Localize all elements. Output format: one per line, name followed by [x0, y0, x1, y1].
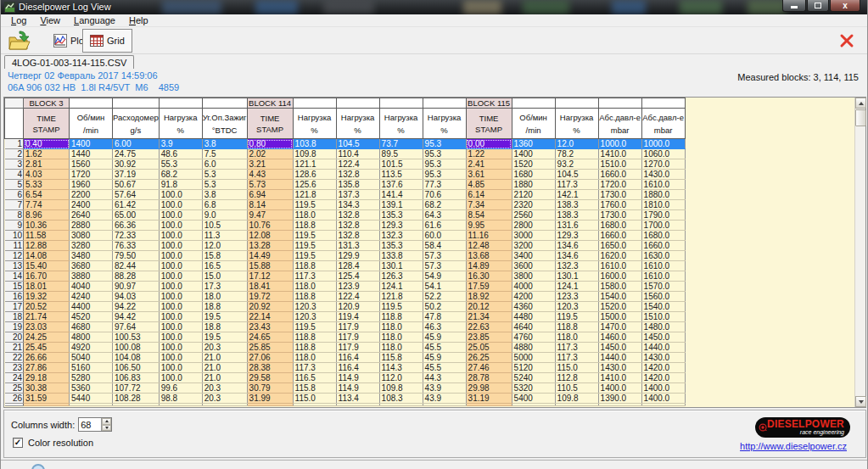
grid-cell[interactable]: 1720.0	[598, 180, 641, 190]
column-header[interactable]: TIMESTAMP	[466, 109, 512, 139]
grid-cell[interactable]: 118.0	[379, 332, 423, 343]
grid-cell[interactable]: 133.8	[379, 251, 423, 261]
grid-cell[interactable]: 1660.0	[598, 231, 641, 241]
grid-cell[interactable]: 98.8	[159, 394, 202, 404]
column-header[interactable]: Нагрузка%	[159, 109, 202, 139]
grid-cell[interactable]: 119.5	[293, 251, 336, 261]
grid-cell[interactable]: 4480	[512, 312, 555, 322]
grid-cell[interactable]: 1660.0	[598, 170, 641, 180]
grid-cell[interactable]: 100.0	[159, 343, 202, 353]
grid-cell[interactable]: 20.3	[202, 343, 247, 353]
grid-cell[interactable]: 15.8	[202, 251, 247, 261]
row-number[interactable]: 12	[5, 251, 24, 261]
row-number[interactable]: 22	[5, 353, 24, 363]
grid-cell[interactable]: 16.70	[24, 271, 70, 282]
grid-cell[interactable]: 4240	[70, 292, 113, 302]
grid-cell[interactable]: 5.33	[24, 180, 70, 190]
grid-cell[interactable]: 117.9	[336, 332, 379, 343]
grid-cell[interactable]: 1.22	[466, 149, 512, 159]
grid-cell[interactable]: 1430.0	[641, 353, 685, 363]
row-number[interactable]: 26	[5, 394, 24, 404]
grid-cell[interactable]: 100.08	[113, 343, 160, 353]
grid-cell[interactable]: 46.3	[423, 322, 466, 332]
row-number[interactable]: 10	[5, 231, 24, 241]
grid-cell[interactable]: 110.5	[555, 383, 598, 394]
grid-cell[interactable]: 118.0	[293, 210, 336, 221]
grid-cell[interactable]: 129.3	[555, 231, 598, 241]
grid-cell[interactable]: 3000	[512, 231, 555, 241]
grid-cell[interactable]: 1650.0	[598, 241, 641, 251]
row-number[interactable]: 11	[5, 241, 24, 251]
grid-cell[interactable]: 1610.0	[598, 261, 641, 271]
row-number[interactable]: 25	[5, 383, 24, 394]
grid-cell[interactable]: 4640	[512, 322, 555, 332]
grid-cell[interactable]: 20.3	[202, 394, 247, 404]
grid-cell[interactable]: 20.12	[466, 302, 512, 312]
grid-cell[interactable]: 5160	[70, 363, 113, 373]
grid-cell[interactable]: 48.6	[159, 149, 202, 159]
grid-cell[interactable]: 3800	[512, 271, 555, 282]
grid-cell[interactable]: 2320	[512, 200, 555, 210]
grid-cell[interactable]: 45.5	[423, 343, 466, 353]
grid-cell[interactable]: 23.85	[466, 332, 512, 343]
grid-cell[interactable]: 1570.0	[641, 282, 685, 292]
scroll-up-button[interactable]	[855, 98, 866, 109]
file-tab[interactable]: 4LOG-01-003-114-115.CSV	[4, 55, 134, 69]
grid-cell[interactable]: 61.6	[423, 221, 466, 231]
grid-cell[interactable]: 17.12	[247, 271, 293, 282]
grid-cell[interactable]: 1000.0	[598, 139, 641, 149]
grid-cell[interactable]: 1510.0	[598, 159, 641, 170]
close-file-button[interactable]	[838, 32, 855, 49]
grid-cell[interactable]: 18.0	[202, 292, 247, 302]
row-number[interactable]: 6	[5, 190, 24, 200]
grid-cell[interactable]: 1730.0	[598, 190, 641, 200]
columns-width-spinner[interactable]	[78, 417, 112, 432]
grid-cell[interactable]: 129.9	[336, 251, 379, 261]
grid-cell[interactable]: 1440.0	[641, 343, 685, 353]
grid-cell[interactable]: 58.4	[423, 241, 466, 251]
grid-cell[interactable]: 1.62	[24, 149, 70, 159]
grid-cell[interactable]: 4040	[70, 282, 113, 292]
grid-cell[interactable]: 55.3	[159, 159, 202, 170]
grid-cell[interactable]: 131.6	[555, 221, 598, 231]
grid-cell[interactable]: 2800	[512, 221, 555, 231]
grid-cell[interactable]: 3280	[70, 241, 113, 251]
grid-cell[interactable]: 11.16	[466, 231, 512, 241]
column-header[interactable]: Абс.давл-еmbar	[641, 109, 685, 139]
grid-cell[interactable]: 128.6	[293, 170, 336, 180]
row-number[interactable]: 24	[5, 373, 24, 383]
grid-cell[interactable]: 1620.0	[598, 251, 641, 261]
row-number[interactable]: 5	[5, 180, 24, 190]
grid-cell[interactable]: 118.0	[379, 343, 423, 353]
grid-cell[interactable]: 94.22	[113, 302, 160, 312]
grid-cell[interactable]: 2640	[70, 210, 113, 221]
row-number[interactable]: 21	[5, 343, 24, 353]
grid-cell[interactable]: 30.38	[24, 383, 70, 394]
grid-cell[interactable]: 2200	[70, 190, 113, 200]
grid-cell[interactable]: 118.0	[293, 353, 336, 363]
grid-cell[interactable]: 9.0	[202, 210, 247, 221]
row-number[interactable]: 14	[5, 271, 24, 282]
vertical-scrollbar[interactable]	[854, 98, 865, 407]
grid-cell[interactable]: 1730.0	[598, 210, 641, 221]
grid-cell[interactable]: 100.0	[159, 322, 202, 332]
grid-cell[interactable]: 116.4	[336, 353, 379, 363]
grid-cell[interactable]: 116.4	[336, 363, 379, 373]
grid-cell[interactable]: 68.2	[423, 200, 466, 210]
grid-cell[interactable]: 1420.0	[641, 373, 685, 383]
grid-cell[interactable]: 100.0	[159, 210, 202, 221]
grid-cell[interactable]: 137.3	[336, 190, 379, 200]
grid-cell[interactable]: 97.64	[113, 322, 160, 332]
row-number[interactable]: 1	[5, 139, 24, 149]
grid-cell[interactable]: 1430.0	[641, 170, 685, 180]
grid-cell[interactable]: 115.0	[293, 394, 336, 404]
grid-cell[interactable]: 26.66	[24, 353, 70, 363]
grid-cell[interactable]: 1720	[70, 170, 113, 180]
grid-cell[interactable]: 26.25	[466, 353, 512, 363]
grid-cell[interactable]: 95.3	[423, 159, 466, 170]
grid-cell[interactable]: 8.96	[24, 210, 70, 221]
grid-cell[interactable]: 3480	[70, 251, 113, 261]
grid-cell[interactable]: 118.0	[293, 282, 336, 292]
grid-cell[interactable]: 123.9	[336, 282, 379, 292]
grid-cell[interactable]: 100.0	[159, 200, 202, 210]
